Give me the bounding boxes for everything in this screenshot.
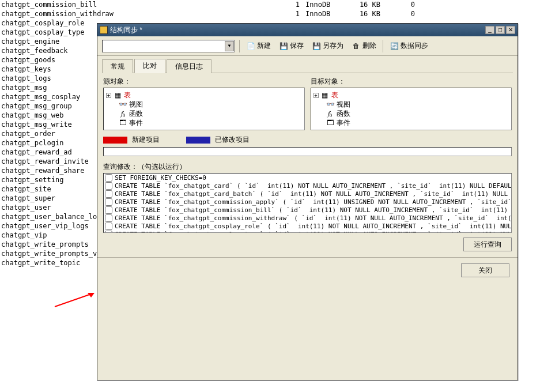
tree-node[interactable]: +▦表 [106, 91, 302, 100]
source-label: 源对象： [103, 77, 305, 86]
save-button[interactable]: 💾保存 [277, 40, 305, 52]
maximize-button[interactable]: □ [496, 26, 505, 34]
node-icon: 👓 [119, 100, 127, 108]
app-icon [100, 26, 108, 34]
query-row[interactable]: SET FOREIGN_KEY_CHECKS=0 [104, 174, 511, 182]
toolbar: ▼ 📄新建 💾保存 💾另存为 🗑删除 🔄数据同步 [97, 36, 518, 56]
minimize-button[interactable]: _ [485, 26, 494, 34]
titlebar[interactable]: 结构同步 * _ □ ✕ [97, 24, 518, 36]
delete-button[interactable]: 🗑删除 [350, 40, 378, 52]
node-label: 视图 [129, 100, 143, 110]
save-as-button[interactable]: 💾另存为 [310, 40, 345, 52]
node-icon: 𝑓₀ [326, 110, 334, 118]
node-label: 事件 [129, 118, 143, 128]
node-icon: 🗔 [119, 119, 127, 127]
node-label: 表 [331, 91, 338, 100]
delete-icon: 🗑 [352, 42, 361, 51]
node-label: 事件 [337, 118, 350, 128]
query-text: SET FOREIGN_KEY_CHECKS=0 [115, 174, 206, 182]
query-row[interactable]: CREATE TABLE `fox_chatgpt_commission_app… [104, 198, 511, 206]
run-query-button[interactable]: 运行查询 [463, 238, 512, 251]
query-text: CREATE TABLE `fox_chatgpt_card` ( `id` i… [115, 182, 512, 190]
query-checkbox[interactable] [105, 223, 112, 230]
query-checkbox[interactable] [105, 190, 112, 198]
target-tree[interactable]: +▦表👓视图𝑓₀函数🗔事件 [311, 88, 512, 130]
new-swatch [103, 137, 127, 144]
table-row[interactable]: chatgpt_commission_bill1InnoDB16 KB0 [0, 0, 438, 9]
tree-node[interactable]: 🗔事件 [106, 118, 302, 127]
tree-node[interactable]: +▦表 [314, 91, 509, 100]
query-text: CREATE TABLE `fox_chatgpt_commission_app… [115, 198, 512, 206]
node-icon: 👓 [326, 100, 334, 108]
node-icon: 🗔 [326, 119, 334, 127]
query-checkbox[interactable] [105, 214, 112, 222]
node-label: 视图 [337, 100, 350, 110]
tab-compare[interactable]: 比对 [134, 59, 165, 73]
query-text: CREATE TABLE `fox_chatgpt_commission_bil… [115, 206, 512, 214]
progress-bar [103, 147, 512, 156]
tree-node[interactable]: 𝑓₀函数 [106, 109, 302, 118]
svg-marker-1 [88, 293, 95, 297]
node-label: 表 [124, 91, 131, 100]
tab-strip: 常规 比对 信息日志 [97, 56, 518, 73]
modified-item-label: 已修改项目 [215, 135, 250, 145]
sync-icon: 🔄 [390, 42, 399, 51]
toolbar-separator [383, 40, 383, 52]
save-as-icon: 💾 [312, 42, 321, 51]
profile-combo[interactable]: ▼ [102, 40, 235, 52]
tree-node[interactable]: 👓视图 [314, 100, 509, 109]
query-row[interactable]: CREATE TABLE `fox_chatgpt_commission_wit… [104, 214, 511, 222]
target-label: 目标对象： [311, 77, 512, 86]
node-label: 函数 [129, 109, 143, 119]
query-checkbox[interactable] [105, 174, 112, 182]
expand-icon[interactable]: + [106, 93, 111, 98]
svg-line-0 [55, 294, 91, 307]
chevron-down-icon[interactable]: ▼ [225, 41, 234, 51]
tab-log[interactable]: 信息日志 [167, 59, 211, 73]
query-row[interactable]: CREATE TABLE `fox_chatgpt_card` ( `id` i… [104, 182, 511, 190]
node-icon: ▦ [321, 91, 329, 99]
new-icon: 📄 [246, 42, 255, 51]
annotation-arrow [52, 291, 98, 308]
node-icon: ▦ [114, 91, 122, 99]
query-checkbox[interactable] [105, 182, 112, 190]
query-checkbox[interactable] [105, 198, 112, 206]
query-row[interactable]: CREATE TABLE `fox_chatgpt_cosplay_role` … [104, 222, 511, 230]
modified-swatch [186, 137, 210, 144]
source-tree[interactable]: +▦表👓视图𝑓₀函数🗔事件 [103, 88, 305, 130]
tab-general[interactable]: 常规 [102, 59, 133, 73]
save-icon: 💾 [279, 42, 288, 51]
node-label: 函数 [337, 109, 350, 119]
data-sync-button[interactable]: 🔄数据同步 [388, 40, 430, 52]
query-row[interactable]: CREATE TABLE `fox_chatgpt_card_batch` ( … [104, 190, 511, 198]
query-checkbox[interactable] [105, 206, 112, 214]
tree-node[interactable]: 𝑓₀函数 [314, 109, 509, 118]
structure-sync-window: 结构同步 * _ □ ✕ ▼ 📄新建 💾保存 💾另存为 🗑删除 🔄数据同步 常规… [97, 23, 518, 380]
query-text: CREATE TABLE `fox_chatgpt_cosplay_role` … [115, 223, 512, 230]
close-window-button[interactable]: 关闭 [461, 263, 509, 277]
query-mod-label: 查询修改：（勾选以运行） [103, 162, 512, 172]
compare-panel: 源对象： +▦表👓视图𝑓₀函数🗔事件 目标对象： +▦表👓视图𝑓₀函数🗔事件 新… [97, 73, 518, 380]
query-checkbox[interactable] [105, 231, 112, 233]
table-row[interactable]: chatgpt_commission_withdraw1InnoDB16 KB0 [0, 9, 438, 18]
query-text: CREATE TABLE `fox_chatgpt_commission_wit… [115, 214, 512, 222]
close-button[interactable]: ✕ [506, 26, 515, 34]
query-list[interactable]: SET FOREIGN_KEY_CHECKS=0CREATE TABLE `fo… [103, 173, 512, 233]
query-row[interactable]: CREATE TABLE `fox_chatgpt_cosplay_type` … [104, 230, 511, 233]
window-title: 结构同步 * [110, 25, 485, 35]
query-row[interactable]: CREATE TABLE `fox_chatgpt_commission_bil… [104, 206, 511, 214]
tree-node[interactable]: 🗔事件 [314, 118, 509, 127]
tree-node[interactable]: 👓视图 [106, 100, 302, 109]
node-icon: 𝑓₀ [119, 110, 127, 118]
query-text: CREATE TABLE `fox_chatgpt_card_batch` ( … [115, 190, 512, 198]
legend: 新建项目 已修改项目 [103, 135, 512, 145]
new-button[interactable]: 📄新建 [244, 40, 273, 52]
query-text: CREATE TABLE `fox_chatgpt_cosplay_type` … [115, 231, 512, 233]
toolbar-separator [239, 40, 240, 52]
expand-icon[interactable]: + [314, 93, 319, 98]
new-item-label: 新建项目 [132, 135, 160, 145]
